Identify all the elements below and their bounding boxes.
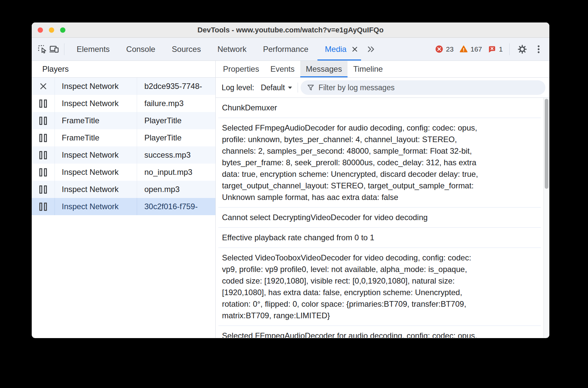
toolbar-separator [298,83,298,93]
devtools-window: DevTools - www.youtube.com/watch?v=e1gAy… [32,22,549,338]
tab-network[interactable]: Network [209,38,255,60]
gear-icon [517,44,527,54]
title-bar: DevTools - www.youtube.com/watch?v=e1gAy… [32,22,549,38]
log-message: Cannot select DecryptingVideoDecoder for… [218,208,541,228]
player-name: Inspect Network [55,164,137,181]
player-row[interactable]: FrameTitle PlayerTitle [32,129,215,146]
player-name: Inspect Network [55,181,137,198]
minimize-window-button[interactable] [49,27,54,33]
error-badge[interactable]: 23 [435,45,454,53]
player-row[interactable]: FrameTitle PlayerTitle [32,112,215,129]
media-panel: Properties Events Messages Timeline Log … [216,61,549,338]
chevron-down-icon [288,86,292,89]
traffic-lights [38,27,65,33]
inspect-icon [37,44,48,55]
scrollbar-thumb[interactable] [545,99,548,189]
device-toolbar-button[interactable] [48,43,60,56]
zoom-window-button[interactable] [60,27,65,33]
subtab-timeline[interactable]: Timeline [348,61,388,77]
log-message: Selected FFmpegAudioDecoder for audio de… [218,326,541,338]
player-value: failure.mp3 [137,95,215,112]
player-name: Inspect Network [55,146,137,164]
player-value: no_input.mp3 [137,164,215,181]
player-value: open.mp3 [137,181,215,198]
tab-media[interactable]: Media [317,38,349,60]
subtab-messages[interactable]: Messages [300,61,348,77]
more-tabs-button[interactable] [362,38,380,60]
kebab-menu-icon [537,45,540,54]
player-value: b2dce935-7748- [137,78,215,95]
pause-icon [39,185,47,194]
issues-icon [488,45,496,53]
subtab-events[interactable]: Events [265,61,300,77]
issue-count: 1 [499,45,503,53]
player-value: PlayerTitle [137,112,215,129]
warning-count: 167 [470,45,482,53]
player-value: 30c2f016-f759- [137,198,215,215]
player-value: PlayerTitle [137,129,215,146]
subtab-properties[interactable]: Properties [217,61,265,77]
warning-icon [459,45,468,53]
log-message: Effective playback rate changed from 0 t… [218,228,541,248]
player-row[interactable]: Inspect Network no_input.mp3 [32,164,215,181]
log-level-label: Log level: [222,83,254,92]
player-name: FrameTitle [55,129,137,146]
close-media-tab-button[interactable] [349,38,362,60]
log-message: Selected FFmpegAudioDecoder for audio de… [218,118,541,208]
settings-button[interactable] [516,43,528,56]
log-level-value: Default [261,83,285,92]
tab-performance[interactable]: Performance [255,38,316,60]
tab-console[interactable]: Console [118,38,164,60]
devtools-menu-button[interactable] [534,43,543,56]
tab-sources[interactable]: Sources [164,38,209,60]
player-row[interactable]: Inspect Network b2dce935-7748- [32,78,215,95]
log-level-dropdown[interactable]: Default [259,82,294,94]
pause-icon [39,134,47,142]
filter-funnel-icon [307,84,314,91]
log-message: ChunkDemuxer [218,98,541,118]
player-subtabs: Properties Events Messages Timeline [216,61,549,78]
tab-elements[interactable]: Elements [68,38,118,60]
player-row[interactable]: Inspect Network success.mp3 [32,146,215,164]
warning-badge[interactable]: 167 [459,45,482,53]
player-name: Inspect Network [55,78,137,95]
messages-log: ChunkDemuxer Selected FFmpegAudioDecoder… [216,98,549,338]
subtab-label: Messages [306,64,342,74]
active-subtab-underline [300,76,348,77]
pause-icon [39,203,47,211]
player-row[interactable]: Inspect Network failure.mp3 [32,95,215,112]
toolbar-separator [509,43,510,55]
toolbar-separator [64,43,64,55]
close-window-button[interactable] [38,27,43,33]
toolbar-right-group: 23 167 1 [435,43,543,56]
filter-box[interactable] [301,80,545,95]
error-count: 23 [446,45,454,53]
active-tab-underline [317,59,361,60]
player-name: Inspect Network [55,95,137,112]
pause-icon [39,117,47,125]
log-message: Selected VideoTooboxVideoDecoder for vid… [218,248,541,326]
issues-badge[interactable]: 1 [488,45,503,53]
players-header: Players [32,61,215,78]
players-sidebar: Players Inspect Network b2dce935-7748- I… [32,61,216,338]
pause-icon [39,151,47,159]
pause-icon [39,99,47,108]
device-toolbar-icon [49,44,59,55]
messages-scrollbar[interactable] [543,98,549,338]
close-icon [351,46,358,53]
panel-tabs: Elements Console Sources Network Perform… [68,38,380,60]
pause-icon [39,168,47,176]
messages-toolbar: Log level: Default [216,78,549,98]
inspect-element-button[interactable] [36,43,48,56]
error-icon [435,45,443,53]
player-row[interactable]: Inspect Network open.mp3 [32,181,215,198]
player-row-selected[interactable]: Inspect Network 30c2f016-f759- [32,198,215,215]
close-icon [39,82,47,90]
filter-input[interactable] [318,83,539,92]
player-name: Inspect Network [55,198,137,215]
more-tabs-chevron-icon [366,45,376,53]
player-value: success.mp3 [137,146,215,164]
window-title: DevTools - www.youtube.com/watch?v=e1gAy… [198,26,384,34]
devtools-toolbar: Elements Console Sources Network Perform… [32,38,549,61]
player-name: FrameTitle [55,112,137,129]
